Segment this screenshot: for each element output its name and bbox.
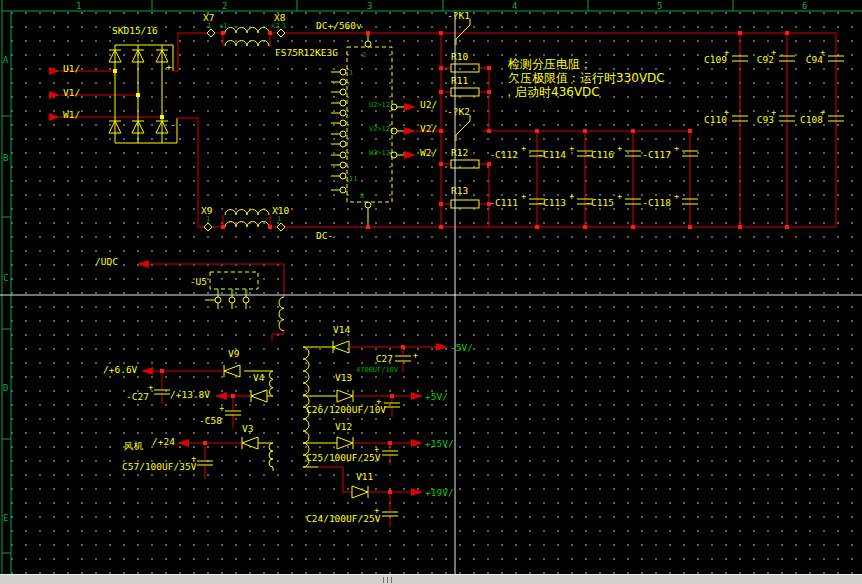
capacitor-c25[interactable]: [382, 451, 398, 455]
part-label-c92[interactable]: C92: [757, 54, 774, 65]
part-label-r11[interactable]: R11: [451, 75, 468, 86]
part-label-c25[interactable]: C25/100UF/25V: [306, 452, 381, 463]
inductor-icon[interactable]: [225, 28, 269, 34]
net-label-p15[interactable]: +15V/: [425, 438, 454, 449]
net-label-udc[interactable]: /UDC: [95, 256, 118, 267]
part-label-x8[interactable]: X8: [274, 12, 286, 23]
part-label-v9[interactable]: V9: [228, 348, 240, 359]
net-label-u1[interactable]: U1/: [63, 63, 80, 74]
part-label-c118[interactable]: -C118: [642, 197, 671, 208]
part-label-c27l[interactable]: -C27: [126, 391, 149, 402]
part-label-k2[interactable]: -?K2: [447, 106, 470, 117]
port-arrow-v2[interactable]: [404, 127, 416, 135]
capacitor-c58[interactable]: [225, 411, 241, 415]
net-label-p5[interactable]: +5V/: [425, 391, 448, 402]
capacitor-plates[interactable]: [732, 56, 844, 121]
port-arrow-p66[interactable]: [141, 367, 153, 375]
part-label-r10[interactable]: R10: [451, 51, 468, 62]
schematic-canvas[interactable]: 1 2 3 4 5 6 A B C D E U1/ V1/ W1/ SKD15/…: [0, 0, 862, 574]
part-label-c114[interactable]: -C114: [537, 149, 566, 160]
contact-k2[interactable]: [456, 115, 470, 141]
part-label-v13[interactable]: V13: [335, 372, 352, 383]
port-arrow-p5[interactable]: [411, 392, 423, 400]
mid-capacitor-bank[interactable]: + + + + + + + + -C112 -C114 -C116 -C117 …: [483, 131, 698, 227]
part-label-c112[interactable]: -C112: [489, 149, 518, 160]
port-arrow-w1[interactable]: [49, 113, 60, 121]
part-label-c93[interactable]: C93: [757, 114, 774, 125]
capacitor-c27r[interactable]: [395, 356, 411, 361]
port-arrow-u1[interactable]: [49, 67, 60, 75]
part-label-fs[interactable]: FS75R12KE3G: [275, 47, 338, 58]
diode-v11[interactable]: [352, 486, 368, 498]
part-label-c113[interactable]: -C113: [537, 197, 566, 208]
winding-primary[interactable]: [279, 297, 284, 331]
part-label-c111[interactable]: -C111: [489, 197, 518, 208]
part-label-c94[interactable]: C94: [806, 54, 823, 65]
inductor-icon[interactable]: [225, 222, 269, 228]
net-label-n5[interactable]: -5V/: [450, 342, 473, 353]
part-label-skd[interactable]: SKD15/16: [112, 25, 158, 36]
part-label-k1[interactable]: -?K1: [447, 10, 470, 21]
dc-plus-choke[interactable]: X7 X8 1 x1 x2 1 DC+/560v: [203, 12, 836, 47]
part-label-c115[interactable]: -C115: [585, 197, 614, 208]
port-arrow-p19[interactable]: [411, 488, 423, 496]
diode-v4[interactable]: [251, 390, 267, 402]
port-arrow-u2[interactable]: [404, 103, 416, 111]
part-label-c57[interactable]: C57/100UF/35V: [122, 461, 197, 472]
part-label-x10[interactable]: X10: [272, 205, 289, 216]
capacitor-c26[interactable]: [384, 403, 400, 407]
net-label-dc-minus[interactable]: DC-: [316, 230, 333, 241]
part-label-c117[interactable]: -C117: [642, 149, 671, 160]
winding-secondary-a[interactable]: [269, 371, 273, 396]
capacitor-c57[interactable]: [197, 461, 213, 465]
port-arrow-v1[interactable]: [49, 91, 60, 99]
module-u5-outline[interactable]: [210, 272, 258, 289]
net-label-p24[interactable]: /+24: [152, 436, 175, 447]
part-label-c108[interactable]: C108: [800, 114, 823, 125]
diode-v12[interactable]: [337, 437, 353, 449]
horizontal-scrollbar[interactable]: [0, 574, 862, 584]
net-label-p66[interactable]: /+6.6V: [103, 364, 138, 375]
right-capacitor-bank[interactable]: + + + + + + C109 C92 C94 C110 C93 C108: [704, 33, 844, 227]
port-arrow-w2[interactable]: [404, 151, 416, 159]
part-label-x7[interactable]: X7: [203, 12, 214, 23]
part-label-c116[interactable]: -C116: [585, 149, 614, 160]
part-label-v14[interactable]: V14: [333, 324, 350, 335]
net-label-w2[interactable]: W2/: [420, 147, 437, 158]
net-label-v2[interactable]: V2/: [420, 123, 437, 134]
divider-chain[interactable]: -?K1 R10 R11 -?K2 R12 R13: [441, 10, 489, 228]
inductor-icon[interactable]: [225, 210, 269, 215]
rectifier-bridge[interactable]: U1/ V1/ W1/ SKD15/16 + -: [49, 25, 207, 228]
net-label-dc-plus[interactable]: DC+/560v: [316, 20, 362, 31]
part-label-u5[interactable]: -U5: [190, 276, 207, 287]
part-label-v3[interactable]: V3: [242, 423, 253, 434]
part-label-c110[interactable]: C110: [704, 114, 727, 125]
dc-minus-choke[interactable]: X9 X10 1 1 DC-: [201, 205, 836, 241]
part-label-r12[interactable]: R12: [451, 147, 468, 158]
scrollbar-grip-icon[interactable]: [383, 577, 395, 583]
port-arrow-n5[interactable]: [436, 343, 448, 351]
igbt-module[interactable]: FS75R12KE3G 2 8 11 1 U2>12 V2>12 W2>12 U…: [275, 33, 446, 227]
part-label-v4[interactable]: V4: [253, 372, 265, 383]
net-label-v1[interactable]: V1/: [63, 87, 80, 98]
part-label-c24[interactable]: C24/100UF/25V: [306, 513, 381, 524]
aux-left-outputs[interactable]: V9 /+6.6V + -C27 V4 /+13.8V + -C58 V3 /+…: [103, 348, 267, 480]
part-label-c58[interactable]: -C58: [199, 415, 222, 426]
udc-feed[interactable]: /UDC -U5 1 2 3: [95, 256, 284, 310]
part-label-v11[interactable]: V11: [356, 471, 373, 482]
part-label-x9[interactable]: X9: [201, 205, 213, 216]
capacitor-c24[interactable]: [382, 512, 398, 516]
aux-right-outputs[interactable]: V14 -5V/ + C27 4700UF/10V V13 +5V/ + C26…: [306, 324, 473, 528]
part-label-r13[interactable]: R13: [451, 185, 468, 196]
bridge-output-wires[interactable]: [173, 33, 207, 227]
net-label-p138[interactable]: /+13.8V: [170, 389, 210, 400]
net-label-p19[interactable]: +19V/: [425, 487, 454, 498]
contact-k1[interactable]: [456, 19, 470, 45]
inductor-icon[interactable]: [225, 41, 269, 46]
diode-v13[interactable]: [337, 390, 353, 402]
diode-v14[interactable]: [333, 341, 349, 353]
port-arrow-udc[interactable]: [137, 260, 149, 268]
net-label-w1[interactable]: W1/: [63, 109, 80, 120]
port-arrow-p15[interactable]: [411, 439, 423, 447]
diode-v3[interactable]: [242, 437, 258, 449]
